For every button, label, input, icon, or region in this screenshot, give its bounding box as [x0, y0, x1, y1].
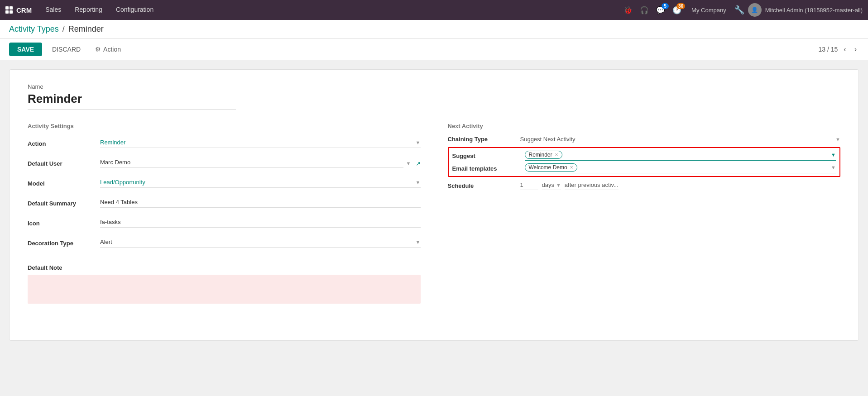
default-summary-row: Default Summary Need 4 Tables — [28, 196, 421, 211]
app-name: CRM — [16, 6, 32, 14]
form-columns: Activity Settings Action Reminder ▼ Defa… — [28, 123, 840, 304]
name-value[interactable]: Reminder — [28, 92, 236, 110]
breadcrumb-parent[interactable]: Activity Types — [9, 24, 59, 34]
email-templates-input[interactable]: Welcome Demo × ▼ — [525, 163, 836, 173]
pager-prev-button[interactable]: ‹ — [841, 44, 848, 54]
suggest-tag-remove[interactable]: × — [555, 152, 558, 158]
decoration-type-select[interactable]: Alert ▼ — [100, 239, 421, 248]
default-summary-value: Need 4 Tables — [100, 199, 421, 208]
icon-input[interactable]: fa-tasks — [100, 219, 421, 228]
chaining-type-row: Chaining Type Suggest Next Activity ▼ — [448, 136, 841, 143]
suggest-dropdown-arrow: ▼ — [831, 152, 836, 157]
pager-text: 13 / 15 — [819, 46, 838, 53]
default-user-input[interactable]: Marc Demo — [100, 159, 403, 168]
model-row: Model Lead/Opportunity ▼ — [28, 176, 421, 191]
schedule-value: 1 days ▼ after previous activ... — [520, 181, 619, 190]
clock-icon-btn[interactable]: 🕐 36 — [671, 4, 683, 16]
model-selected-value: Lead/Opportunity — [100, 179, 413, 186]
gear-icon: ⚙ — [95, 46, 101, 53]
icon-label: Icon — [28, 220, 100, 227]
next-activity-title: Next Activity — [448, 123, 841, 129]
breadcrumb-separator: / — [62, 24, 65, 34]
chaining-type-arrow: ▼ — [835, 137, 840, 142]
bug-icon: 🐞 — [623, 6, 633, 14]
activity-settings-title: Activity Settings — [28, 123, 421, 129]
action-value: Reminder ▼ — [100, 139, 421, 148]
menu-reporting[interactable]: Reporting — [68, 0, 109, 20]
external-link-icon[interactable]: ↗ — [416, 160, 421, 167]
app-logo[interactable]: CRM — [5, 6, 32, 14]
action-dropdown-arrow: ▼ — [416, 140, 421, 145]
email-tag-remove[interactable]: × — [570, 164, 573, 171]
chat-badge: 5 — [662, 3, 669, 9]
suggest-row: Suggest Reminder × ▼ — [452, 151, 836, 161]
icon-value: fa-tasks — [100, 219, 421, 228]
default-user-dropdown-arrow: ▼ — [406, 161, 411, 166]
breadcrumb-bar: Activity Types / Reminder — [0, 20, 868, 39]
default-note-label: Default Note — [28, 264, 421, 271]
decoration-type-value: Alert ▼ — [100, 239, 421, 248]
menu-sales[interactable]: Sales — [39, 0, 67, 20]
next-activity-col: Next Activity Chaining Type Suggest Next… — [448, 123, 841, 190]
menu-configuration[interactable]: Configuration — [110, 0, 160, 20]
schedule-unit-text: days — [542, 181, 554, 188]
email-tag-welcome-demo: Welcome Demo × — [525, 163, 577, 172]
chaining-type-label: Chaining Type — [448, 136, 520, 143]
wrench-icon-btn[interactable]: 🔧 — [734, 5, 744, 15]
default-note-area[interactable] — [28, 275, 421, 304]
pager-next-button[interactable]: › — [852, 44, 859, 54]
suggest-tag-input[interactable]: Reminder × ▼ — [525, 151, 836, 161]
main-content: Name Reminder Activity Settings Action R… — [0, 60, 868, 350]
form-card: Name Reminder Activity Settings Action R… — [9, 69, 859, 341]
schedule-after: after previous activ... — [565, 181, 619, 190]
top-menu: Sales Reporting Configuration — [39, 0, 622, 20]
action-label: Action — [28, 140, 100, 147]
user-name[interactable]: Mitchell Admin (18158952-master-all) — [765, 7, 863, 14]
save-button[interactable]: SAVE — [9, 43, 42, 56]
user-avatar[interactable]: 👤 — [748, 3, 762, 17]
avatar-image: 👤 — [751, 7, 758, 13]
email-tag-text: Welcome Demo — [529, 164, 567, 171]
decoration-type-label: Decoration Type — [28, 240, 100, 247]
headset-icon-btn[interactable]: 🎧 — [638, 4, 651, 16]
decoration-type-dropdown-arrow: ▼ — [416, 239, 421, 245]
top-navigation: CRM Sales Reporting Configuration 🐞 🎧 💬 … — [0, 0, 868, 20]
default-user-row: Default User Marc Demo ▼ ↗ — [28, 156, 421, 171]
default-summary-label: Default Summary — [28, 200, 100, 207]
action-button[interactable]: ⚙ Action — [91, 43, 125, 56]
model-value: Lead/Opportunity ▼ — [100, 179, 421, 188]
toolbar: SAVE DISCARD ⚙ Action 13 / 15 ‹ › — [0, 39, 868, 60]
chaining-type-selected: Suggest Next Activity — [520, 136, 836, 143]
default-summary-input[interactable]: Need 4 Tables — [100, 199, 421, 208]
headset-icon: 🎧 — [640, 6, 649, 14]
highlight-box: Suggest Reminder × ▼ Email templates — [448, 147, 841, 177]
model-select[interactable]: Lead/Opportunity ▼ — [100, 179, 421, 188]
default-user-value: Marc Demo ▼ ↗ — [100, 159, 421, 168]
clock-badge: 36 — [676, 3, 685, 9]
company-name[interactable]: My Company — [687, 7, 731, 14]
suggest-tag-text: Reminder — [529, 152, 552, 158]
email-templates-row: Email templates Welcome Demo × ▼ — [452, 163, 836, 173]
discard-button[interactable]: DISCARD — [48, 43, 85, 56]
schedule-num[interactable]: 1 — [520, 181, 538, 190]
chat-icon-btn[interactable]: 💬 5 — [654, 4, 667, 16]
decoration-type-row: Decoration Type Alert ▼ — [28, 235, 421, 251]
action-row: Action Reminder ▼ — [28, 136, 421, 151]
name-field-group: Name Reminder — [28, 83, 840, 110]
action-select[interactable]: Reminder ▼ — [100, 139, 421, 148]
schedule-unit-select[interactable]: days ▼ — [542, 181, 561, 190]
action-selected-value: Reminder — [100, 139, 413, 146]
pager: 13 / 15 ‹ › — [819, 44, 859, 54]
name-label: Name — [28, 83, 840, 90]
default-note-section: Default Note — [28, 264, 421, 304]
icon-row: Icon fa-tasks — [28, 215, 421, 231]
schedule-row: Schedule 1 days ▼ after previous activ..… — [448, 181, 841, 190]
suggest-tag-reminder: Reminder × — [525, 151, 562, 159]
grid-icon — [5, 6, 13, 14]
default-user-label: Default User — [28, 160, 100, 167]
suggest-label: Suggest — [452, 153, 525, 159]
chaining-type-value: Suggest Next Activity ▼ — [520, 136, 841, 143]
model-label: Model — [28, 180, 100, 187]
schedule-unit-arrow: ▼ — [556, 182, 561, 188]
bug-icon-btn[interactable]: 🐞 — [622, 4, 634, 16]
